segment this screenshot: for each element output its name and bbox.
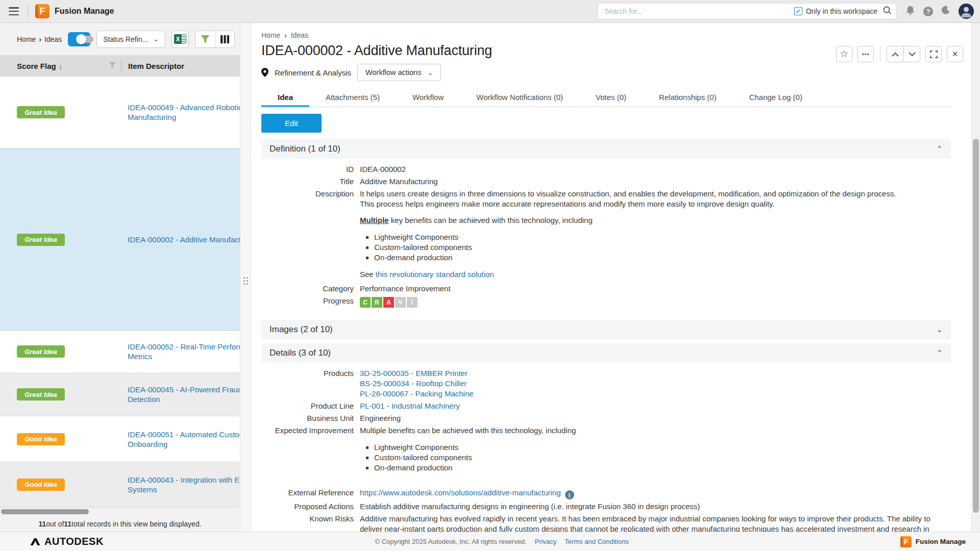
- solution-link[interactable]: this revolutionary standard solution: [376, 270, 494, 279]
- horizontal-scrollbar-thumb[interactable]: [1, 509, 89, 514]
- vertical-scrollbar[interactable]: [971, 23, 980, 532]
- workspace-filter-checkbox[interactable]: ✓: [794, 7, 802, 15]
- field-label: External Reference: [261, 488, 360, 499]
- idea-link[interactable]: IDEA-000002 - Additive Manufacturing: [121, 235, 240, 244]
- field-value-description: It helps users create designs in three d…: [360, 189, 951, 280]
- detail-actions: ☆ ••• ✕: [836, 46, 963, 62]
- record-count: 11 out of 11 total records in this view …: [0, 516, 240, 532]
- splitter-drag-handle[interactable]: [243, 274, 248, 287]
- idea-link[interactable]: IDEA-000051 - Automated Customer Onboard…: [121, 430, 240, 449]
- collapse-chevron-icon: ⌃: [936, 348, 943, 358]
- list-header: Score Flag ↓ Item Descriptor: [0, 55, 240, 77]
- score-flag-badge: Great Idea: [17, 388, 65, 400]
- section-header-images[interactable]: Images (2 of 10) ⌄: [261, 320, 951, 339]
- saved-view-dropdown[interactable]: Status Refin... ⌄: [96, 31, 165, 48]
- product-line-link[interactable]: PL-001 - Industrial Machinery: [360, 402, 460, 410]
- score-flag-badge: Good Idea: [17, 479, 65, 491]
- tab-attachments[interactable]: Attachments (5): [309, 88, 396, 107]
- ideas-rows: Great Idea IDEA-000049 - Advanced Roboti…: [0, 77, 240, 507]
- global-search-box[interactable]: ✓ Only in this workspace: [598, 3, 896, 19]
- vertical-scrollbar-thumb[interactable]: [973, 139, 979, 513]
- workspace-filter[interactable]: ✓ Only in this workspace: [794, 7, 877, 15]
- user-avatar[interactable]: [959, 4, 974, 19]
- tab-workflow[interactable]: Workflow: [396, 88, 460, 107]
- tab-votes[interactable]: Votes (0): [579, 88, 643, 107]
- info-icon[interactable]: i: [565, 490, 574, 499]
- ideas-list-panel: Home › Ideas Status Refin... ⌄ X: [0, 23, 240, 532]
- page-footer: AUTODESK © Copyright 2025 Autodesk, Inc.…: [0, 532, 980, 551]
- field-label: Products: [261, 368, 360, 399]
- edit-button[interactable]: Edit: [261, 114, 322, 133]
- section-header-details[interactable]: Details (3 of 10) ⌃: [261, 343, 951, 363]
- view-toggle[interactable]: [68, 32, 90, 46]
- tab-relationships[interactable]: Relationships (0): [643, 88, 733, 107]
- fullscreen-button[interactable]: [925, 46, 942, 62]
- external-reference-link[interactable]: https://www.autodesk.com/solutions/addit…: [360, 488, 561, 497]
- table-row-selected[interactable]: Great Idea IDEA-000002 - Additive Manufa…: [0, 148, 240, 331]
- search-icon[interactable]: [883, 6, 892, 17]
- column-score-flag[interactable]: Score Flag ↓: [0, 62, 121, 70]
- table-row[interactable]: Great Idea IDEA-000052 - Real-Time Perfo…: [0, 331, 240, 373]
- main-menu-button[interactable]: [7, 6, 20, 16]
- fusion-manage-footer-label: Fusion Manage: [916, 538, 966, 545]
- horizontal-scrollbar[interactable]: [0, 508, 240, 516]
- details-fields: Products 3D-25-000035 - EMBER Printer BS…: [261, 363, 951, 532]
- field-label: Description: [261, 189, 360, 280]
- breadcrumb-home-link[interactable]: Home: [261, 31, 280, 39]
- table-row[interactable]: Great Idea IDEA-000045 - AI-Powered Frau…: [0, 373, 240, 416]
- field-value-proposed-actions: Establish additive manufacturing designs…: [360, 502, 951, 512]
- workflow-actions-button[interactable]: Workflow actions ⌄: [357, 64, 441, 81]
- next-record-button[interactable]: [903, 46, 920, 62]
- privacy-link[interactable]: Privacy: [535, 538, 557, 545]
- breadcrumb-home-link[interactable]: Home: [17, 35, 36, 43]
- idea-link[interactable]: IDEA-000049 - Advanced Robotic Manufactu…: [121, 103, 240, 122]
- guides-moon-icon[interactable]: [941, 6, 950, 17]
- fusion-manage-icon: F: [35, 4, 50, 18]
- terms-link[interactable]: Terms and Conditions: [565, 538, 629, 545]
- field-label: Proposed Actions: [261, 502, 360, 512]
- idea-link[interactable]: IDEA-000043 - Integration with ERP Syste…: [121, 475, 240, 494]
- product-link[interactable]: BS-25-000034 - Rooftop Chiller: [360, 379, 467, 388]
- progress-step-r: R: [372, 297, 382, 308]
- tab-change-log[interactable]: Change Log (0): [733, 88, 819, 107]
- excel-icon: X: [174, 34, 186, 44]
- fusion-manage-icon: F: [900, 536, 912, 547]
- more-actions-button[interactable]: •••: [857, 46, 874, 62]
- footer-links: © Copyright 2025 Autodesk, Inc. All righ…: [104, 538, 900, 545]
- progress-step-c: C: [360, 297, 371, 308]
- export-excel-button[interactable]: X: [172, 31, 189, 48]
- definition-fields: ID IDEA-000002 Title Additive Manufactur…: [261, 159, 951, 308]
- collapse-chevron-icon: ⌃: [936, 144, 943, 154]
- table-row[interactable]: Good Idea IDEA-000043 - Integration with…: [0, 462, 240, 507]
- benefit-list: Lightweight Components Custom-tailored c…: [374, 442, 951, 473]
- list-view-buttons: [195, 31, 235, 48]
- table-row[interactable]: Great Idea IDEA-000049 - Advanced Roboti…: [0, 77, 240, 148]
- favorite-star-button[interactable]: ☆: [836, 46, 852, 62]
- previous-record-button[interactable]: [887, 46, 903, 62]
- breadcrumb-current: Ideas: [44, 35, 62, 43]
- tab-idea[interactable]: Idea: [261, 88, 309, 107]
- autodesk-logo-icon: [29, 538, 40, 546]
- top-app-bar: F Fusion Manage ✓ Only in this workspace…: [0, 0, 980, 23]
- columns-button[interactable]: [215, 31, 234, 47]
- progress-step-v: V: [395, 297, 406, 308]
- help-icon[interactable]: ?: [923, 7, 933, 16]
- search-input[interactable]: [604, 7, 794, 15]
- tab-workflow-notifications[interactable]: Workflow Notifications (0): [460, 88, 579, 107]
- column-filter-icon[interactable]: [108, 62, 116, 70]
- close-button[interactable]: ✕: [947, 46, 963, 62]
- panel-splitter[interactable]: [240, 23, 251, 532]
- field-label: Business Unit: [261, 413, 360, 423]
- idea-link[interactable]: IDEA-000045 - AI-Powered Fraud Detection: [121, 385, 240, 404]
- field-value-known-risks: Additive manufacturing has evolved rapid…: [360, 514, 951, 532]
- notifications-bell-icon[interactable]: [905, 6, 915, 17]
- table-row[interactable]: Good Idea IDEA-000051 - Automated Custom…: [0, 416, 240, 462]
- filter-button[interactable]: [195, 31, 215, 47]
- product-link[interactable]: PL-26-000067 - Packing Machine: [360, 389, 474, 398]
- idea-link[interactable]: IDEA-000052 - Real-Time Performance Metr…: [121, 342, 240, 361]
- product-link[interactable]: 3D-25-000035 - EMBER Printer: [360, 369, 468, 378]
- chevron-down-icon: ⌄: [153, 36, 159, 42]
- section-header-definition[interactable]: Definition (1 of 10) ⌃: [261, 139, 951, 159]
- record-pager: [887, 46, 920, 62]
- column-item-descriptor[interactable]: Item Descriptor: [121, 62, 184, 70]
